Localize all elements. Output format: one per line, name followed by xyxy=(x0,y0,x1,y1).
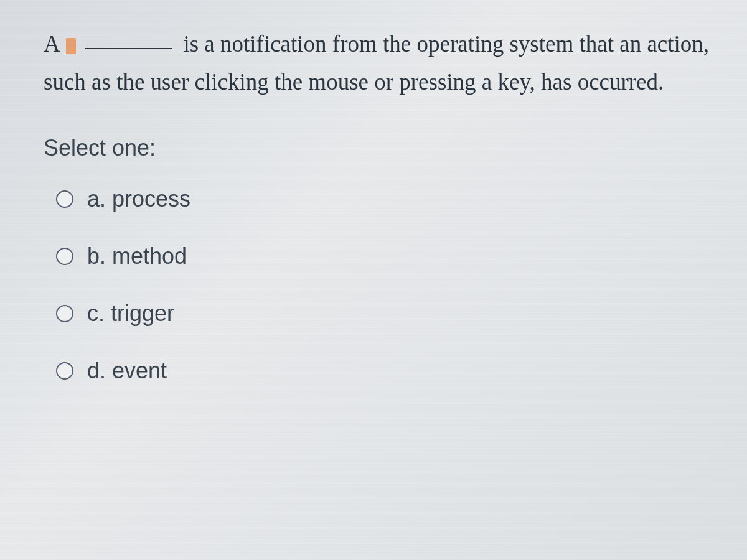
option-a-letter: a. xyxy=(87,186,106,212)
option-a-radio[interactable] xyxy=(56,190,73,208)
option-d-label: d. event xyxy=(87,358,167,384)
option-d[interactable]: d. event xyxy=(56,358,710,384)
question-suffix: is a notification from the operating sys… xyxy=(44,31,709,95)
option-b-letter: b. xyxy=(87,243,106,269)
text-cursor-icon xyxy=(66,38,76,54)
option-d-text: event xyxy=(112,358,167,383)
option-b-radio[interactable] xyxy=(56,248,73,265)
options-group: a. process b. method c. trigger d. event xyxy=(44,186,710,384)
option-b-text: method xyxy=(112,243,187,269)
option-d-letter: d. xyxy=(87,358,106,383)
option-c-radio[interactable] xyxy=(56,305,73,322)
option-a-label: a. process xyxy=(87,186,190,212)
fill-blank-line xyxy=(85,48,172,49)
option-c-letter: c. xyxy=(87,301,105,326)
option-a-text: process xyxy=(112,186,190,212)
option-c[interactable]: c. trigger xyxy=(56,301,710,327)
option-d-radio[interactable] xyxy=(56,362,73,380)
question-prefix: A xyxy=(44,31,59,57)
option-c-label: c. trigger xyxy=(87,301,174,327)
option-c-text: trigger xyxy=(111,301,174,326)
option-b-label: b. method xyxy=(87,243,187,269)
question-stem: A is a notification from the operating s… xyxy=(44,25,710,101)
select-one-prompt: Select one: xyxy=(44,135,710,161)
option-a[interactable]: a. process xyxy=(56,186,710,212)
option-b[interactable]: b. method xyxy=(56,243,710,269)
